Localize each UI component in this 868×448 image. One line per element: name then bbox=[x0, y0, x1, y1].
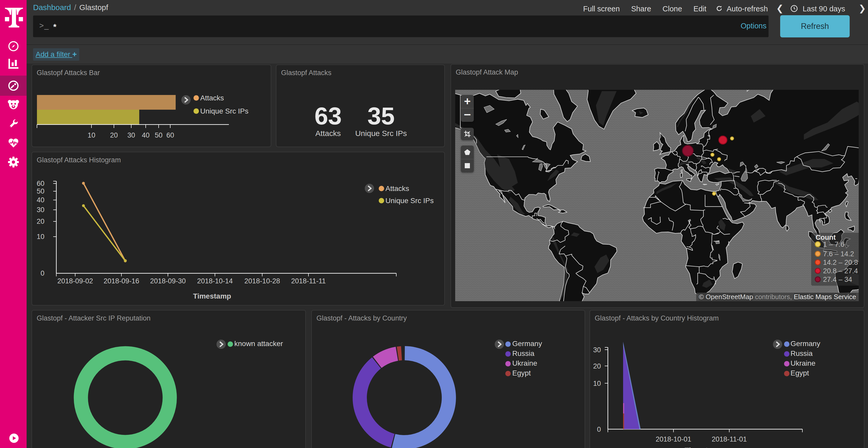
svg-text:2018-09-16: 2018-09-16 bbox=[103, 277, 139, 285]
svg-text:40: 40 bbox=[37, 196, 44, 204]
svg-text:20: 20 bbox=[110, 131, 118, 139]
svg-text:30: 30 bbox=[37, 206, 44, 214]
svg-text:30: 30 bbox=[127, 131, 135, 139]
svg-text:50: 50 bbox=[155, 131, 162, 139]
svg-text:10: 10 bbox=[37, 233, 44, 241]
svg-text:20: 20 bbox=[593, 362, 601, 370]
svg-text:10: 10 bbox=[593, 380, 601, 387]
svg-text:30: 30 bbox=[593, 346, 601, 354]
svg-text:2018-09-02: 2018-09-02 bbox=[57, 277, 93, 285]
svg-text:2018-11-01: 2018-11-01 bbox=[712, 435, 747, 443]
svg-text:60: 60 bbox=[37, 180, 44, 187]
svg-text:2018-10-01: 2018-10-01 bbox=[656, 435, 691, 443]
svg-text:2018-11-11: 2018-11-11 bbox=[291, 277, 326, 285]
svg-text:50: 50 bbox=[37, 187, 44, 195]
svg-text:0: 0 bbox=[597, 425, 601, 433]
svg-text:60: 60 bbox=[166, 131, 174, 139]
svg-text:10: 10 bbox=[88, 131, 95, 139]
svg-text:2018-10-28: 2018-10-28 bbox=[244, 277, 280, 285]
svg-text:20: 20 bbox=[37, 217, 44, 225]
svg-text:40: 40 bbox=[142, 131, 150, 139]
svg-text:2018-10-14: 2018-10-14 bbox=[197, 277, 233, 285]
svg-text:2018-09-30: 2018-09-30 bbox=[150, 277, 186, 285]
svg-text:0: 0 bbox=[40, 269, 44, 277]
svg-text:Timestamp: Timestamp bbox=[685, 446, 722, 448]
svg-text:Timestamp: Timestamp bbox=[193, 292, 231, 300]
